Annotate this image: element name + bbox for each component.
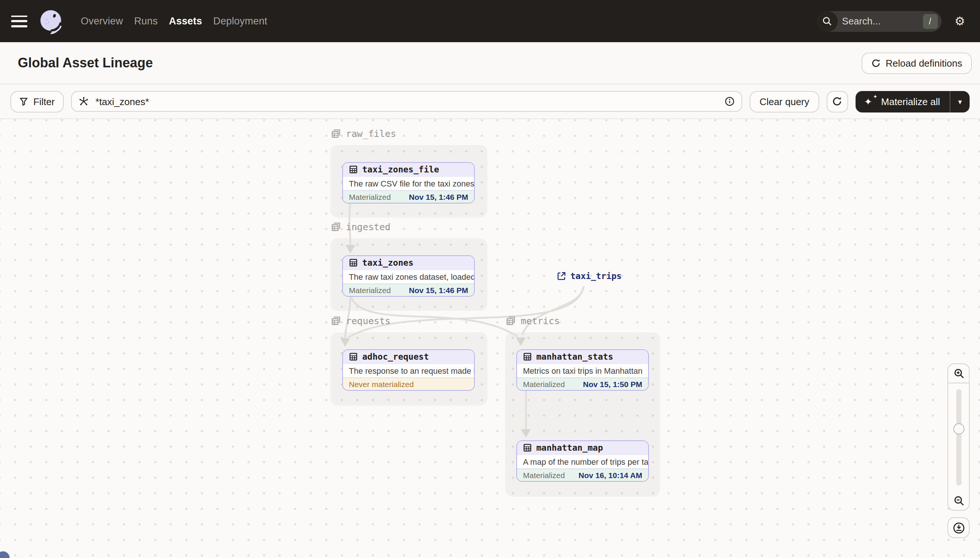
asset-description: The raw taxi zones dataset, loaded int..… [343,269,474,284]
asset-node-manhattan_stats[interactable]: manhattan_stats Metrics on taxi trips in… [516,349,649,391]
zoom-controls [947,363,970,510]
asset-status-row: Materialized Nov 15, 1:50 PM [517,377,648,390]
clear-query-label: Clear query [759,96,809,107]
asset-node-header: manhattan_stats [517,350,648,363]
zoom-out-icon [953,495,964,506]
download-image-button[interactable] [947,517,970,538]
settings-gear-icon[interactable]: ⚙ [954,15,965,27]
group-table-icon [330,315,341,327]
external-link-icon [557,272,566,281]
nav-item-deployment[interactable]: Deployment [213,16,267,27]
search-input[interactable] [837,16,922,27]
asset-node-taxi_zones_file[interactable]: taxi_zones_file The raw CSV file for the… [342,162,475,204]
refresh-graph-button[interactable] [826,91,848,112]
asset-name: manhattan_map [536,443,603,453]
group-name: raw_files [346,128,396,139]
asset-group-label-raw_files[interactable]: raw_files [330,128,396,139]
nav-item-runs[interactable]: Runs [134,16,158,27]
asset-query-input[interactable] [94,95,720,108]
asset-node-header: manhattan_map [517,441,648,455]
dagster-logo[interactable] [38,8,64,34]
status-label: Materialized [523,471,565,479]
asset-description: The raw CSV file for the taxi zones dat.… [343,176,474,190]
sparkles-icon: ✦ ✦ [865,96,876,107]
caret-down-icon: ▾ [958,97,962,105]
group-table-icon [330,221,341,232]
materialize-all-label: Materialize all [881,96,940,107]
asset-node-header: taxi_zones_file [343,163,474,176]
asset-name: taxi_zones_file [362,164,439,175]
asset-status-row: Materialized Nov 16, 10:14 AM [517,468,648,481]
asset-group-label-metrics[interactable]: metrics [505,315,560,327]
asset-node-manhattan_map[interactable]: manhattan_map A map of the number of tri… [516,440,649,482]
asset-node-header: adhoc_request [343,350,474,363]
app-root: Overview Runs Assets Deployment / ⚙ Glob… [0,0,980,558]
table-icon [523,443,532,452]
version-badge[interactable] [0,551,10,558]
materialize-options-caret[interactable]: ▾ [950,91,970,112]
status-label: Never materialized [349,380,414,389]
selection-syntax-icon [79,96,89,107]
group-name: requests [346,315,390,327]
materialize-all-button[interactable]: ✦ ✦ Materialize all [855,91,950,112]
zoom-slider-thumb[interactable] [953,423,964,435]
top-nav: Overview Runs Assets Deployment / ⚙ [0,0,980,42]
nav-item-overview[interactable]: Overview [81,16,123,27]
table-icon [349,258,358,267]
refresh-icon [871,58,880,68]
group-table-icon [505,315,516,327]
filter-funnel-icon [19,97,28,106]
zoom-in-button[interactable] [947,363,970,383]
group-name: metrics [521,315,560,327]
dagster-logo-icon [38,8,64,34]
zoom-in-icon [953,368,964,379]
zoom-slider-track[interactable] [956,389,962,486]
status-label: Materialized [523,380,565,389]
asset-description: A map of the number of trips per taxi z.… [517,455,648,468]
materialized-timestamp: Nov 16, 10:14 AM [578,471,642,479]
nav-item-assets[interactable]: Assets [169,16,202,27]
clear-query-button[interactable]: Clear query [750,91,819,112]
reload-definitions-label: Reload definitions [886,57,962,69]
filter-button[interactable]: Filter [10,91,64,112]
materialized-timestamp: Nov 15, 1:46 PM [409,192,468,201]
reload-definitions-button[interactable]: Reload definitions [861,52,972,74]
primary-nav: Overview Runs Assets Deployment [81,16,267,27]
asset-group-label-ingested[interactable]: ingested [330,221,390,232]
page-header: Global Asset Lineage Reload definitions [0,42,980,84]
asset-node-header: taxi_zones [343,256,474,269]
asset-description: Metrics on taxi trips in Manhattan [517,363,648,377]
status-label: Materialized [349,192,391,201]
global-search[interactable]: / [817,11,941,31]
asset-description: The response to an request made in th... [343,363,474,377]
group-table-icon [330,128,341,139]
external-asset-link-taxi_trips[interactable]: taxi_trips [557,271,622,281]
page-title: Global Asset Lineage [18,55,153,71]
zoom-out-button[interactable] [947,491,970,510]
asset-name: taxi_zones [362,258,414,268]
table-icon [349,352,358,361]
query-info-icon[interactable] [725,96,735,107]
external-asset-name: taxi_trips [570,271,622,281]
asset-selection-input[interactable] [71,91,743,112]
download-icon [952,521,965,534]
zoom-slider[interactable] [947,383,970,491]
materialize-all-split-button: ✦ ✦ Materialize all ▾ [855,91,970,112]
asset-group-label-requests[interactable]: requests [330,315,390,327]
lineage-edges [0,119,980,558]
asset-name: manhattan_stats [536,351,613,362]
asset-status-row: Materialized Nov 15, 1:46 PM [343,190,474,203]
group-name: ingested [346,221,390,232]
asset-node-adhoc_request[interactable]: adhoc_request The response to an request… [342,349,475,391]
search-shortcut-key: / [922,14,937,28]
table-icon [349,165,358,174]
asset-status-row: Materialized Nov 15, 1:46 PM [343,284,474,296]
asset-node-taxi_zones[interactable]: taxi_zones The raw taxi zones dataset, l… [342,255,475,297]
materialized-timestamp: Nov 15, 1:46 PM [409,286,468,295]
asset-name: adhoc_request [362,351,429,362]
table-icon [523,352,532,361]
status-label: Materialized [349,286,391,295]
filter-label: Filter [33,96,55,107]
lineage-canvas[interactable]: raw_files ingested requests metrics taxi… [0,119,980,558]
hamburger-menu-icon[interactable] [11,15,27,27]
